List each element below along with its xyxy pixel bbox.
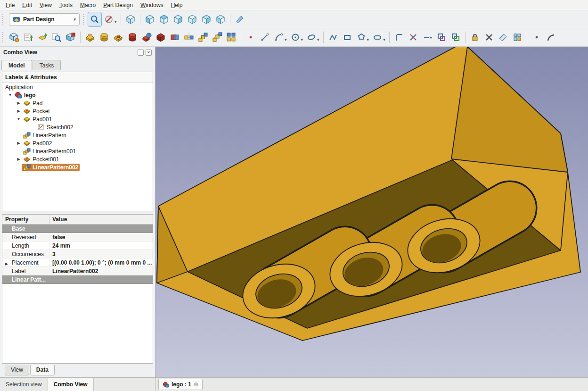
constraint-lock-icon[interactable] — [468, 30, 482, 44]
dropdown-arrow-icon[interactable]: ▾ — [114, 19, 117, 24]
circle-icon[interactable] — [289, 30, 302, 44]
toolbar-grip[interactable] — [83, 14, 86, 25]
float-panel-icon[interactable] — [138, 50, 144, 56]
rectangle-icon[interactable] — [341, 30, 354, 44]
right-view-icon[interactable] — [172, 12, 185, 26]
menu-edit[interactable]: Edit — [18, 0, 36, 10]
workbench-selector[interactable]: Part Design ▾ — [9, 13, 80, 25]
top-view-icon[interactable] — [157, 12, 171, 26]
mirrored-icon[interactable] — [182, 30, 196, 44]
polygon-icon[interactable] — [355, 30, 368, 44]
property-value[interactable]: LinearPattern002 — [49, 268, 153, 275]
expander-icon[interactable]: ▶ — [16, 101, 22, 105]
arc-segment-icon[interactable] — [544, 30, 557, 44]
bottom-view-icon[interactable] — [200, 12, 213, 26]
tab-model[interactable]: Model — [1, 60, 32, 70]
measure-icon[interactable] — [497, 30, 510, 44]
tab-data[interactable]: Data — [30, 365, 55, 375]
property-row-occurrences[interactable]: Occurrences 3 — [2, 250, 153, 258]
property-row-length[interactable]: Length 24 mm — [2, 241, 153, 250]
line-icon[interactable] — [258, 30, 271, 44]
fillet-icon[interactable] — [392, 30, 406, 44]
conic-icon[interactable] — [305, 30, 318, 44]
delete-icon[interactable] — [482, 30, 496, 44]
tab-view[interactable]: View — [5, 365, 29, 375]
pocket-icon[interactable] — [112, 30, 125, 44]
measure-distance-icon[interactable] — [233, 12, 246, 26]
tab-combo-view[interactable]: Combo View — [48, 378, 94, 391]
slot-icon[interactable] — [371, 30, 384, 44]
menu-file[interactable]: File — [2, 0, 18, 10]
dropdown-arrow-icon[interactable]: ▾ — [285, 37, 287, 42]
expander-icon[interactable]: ▼ — [7, 93, 13, 97]
dropdown-arrow-icon[interactable]: ▾ — [383, 37, 385, 42]
tree-item-linearpattern002[interactable]: LinearPattern002 — [2, 163, 153, 171]
tree-header[interactable]: Labels & Attributes — [2, 72, 153, 83]
revolution-icon[interactable] — [98, 30, 111, 44]
carbon-copy-icon[interactable] — [449, 30, 462, 44]
property-row-label[interactable]: Label LinearPattern002 — [2, 267, 153, 275]
expander-icon[interactable]: ▶ — [16, 109, 22, 113]
draw-style-icon[interactable] — [102, 12, 115, 26]
map-sketch-icon[interactable] — [36, 30, 49, 44]
expander-icon[interactable]: ▶ — [16, 157, 22, 161]
linear-pattern-icon[interactable] — [196, 30, 210, 44]
axonometric-view-icon[interactable] — [124, 12, 137, 26]
external-geometry-icon[interactable] — [435, 30, 448, 44]
extend-icon[interactable] — [421, 30, 434, 44]
multitransform-icon[interactable] — [225, 30, 238, 44]
tab-tasks[interactable]: Tasks — [33, 60, 61, 70]
property-column-header[interactable]: Property — [2, 215, 49, 224]
datum-point-icon[interactable] — [530, 30, 543, 44]
expander-icon[interactable]: ▼ — [16, 117, 22, 121]
edit-sketch-icon[interactable] — [50, 30, 63, 44]
left-view-icon[interactable] — [214, 12, 227, 26]
property-value[interactable]: [(0.00 0.00 1.00); 0 °; (0 mm 0 mm 0 ... — [49, 259, 153, 266]
polar-pattern-icon[interactable] — [211, 30, 224, 44]
property-group-base[interactable]: Base — [2, 225, 153, 233]
property-group-linear-pattern[interactable]: Linear Patt... — [2, 275, 153, 284]
expander-icon[interactable]: ▶ — [5, 262, 8, 266]
tab-selection-view[interactable]: Selection view — [0, 378, 48, 391]
polyline-icon[interactable] — [327, 30, 340, 44]
dropdown-arrow-icon[interactable]: ▾ — [317, 37, 319, 42]
create-body-icon[interactable] — [8, 30, 21, 44]
groove-icon[interactable] — [126, 30, 139, 44]
tree-item-lego[interactable]: ▼ lego — [2, 91, 153, 99]
tree-item-pad001[interactable]: ▼ Pad001 — [2, 115, 153, 123]
menu-part-design[interactable]: Part Design — [99, 0, 137, 10]
tree-item-pad[interactable]: ▶ Pad — [2, 99, 153, 107]
tree-item-linearpattern001[interactable]: LinearPattern001 — [2, 147, 153, 155]
tree-item-pocket[interactable]: ▶ Pocket — [2, 107, 153, 115]
create-sketch-icon[interactable] — [22, 30, 35, 44]
tree-item-pad002[interactable]: ▶ Pad002 — [2, 139, 153, 147]
tree-item-pocket001[interactable]: ▶ Pocket001 — [2, 155, 153, 163]
dropdown-arrow-icon[interactable]: ▾ — [301, 37, 303, 42]
menu-help[interactable]: Help — [167, 0, 187, 10]
pad-icon[interactable] — [83, 30, 97, 44]
additive-primitive-icon[interactable] — [140, 30, 153, 44]
tree-item-sketch002[interactable]: Sketch002 — [2, 123, 153, 131]
subtractive-primitive-icon[interactable] — [154, 30, 167, 44]
fit-all-icon[interactable] — [88, 12, 101, 26]
close-icon[interactable]: ⊗ — [194, 381, 198, 388]
value-column-header[interactable]: Value — [49, 215, 153, 224]
toolbar-grip[interactable] — [2, 32, 6, 42]
property-row-reversed[interactable]: Reversed false — [2, 233, 153, 241]
paste-grid-icon[interactable] — [511, 30, 524, 44]
menu-tools[interactable]: Tools — [56, 0, 76, 10]
validate-sketch-icon[interactable] — [64, 30, 77, 44]
property-row-placement[interactable]: ▶Placement [(0.00 0.00 1.00); 0 °; (0 mm… — [2, 258, 153, 267]
property-value[interactable]: false — [49, 234, 153, 241]
expander-icon[interactable]: ▶ — [16, 141, 22, 145]
panel-title-bar[interactable]: Combo View × — [0, 47, 155, 58]
menu-macro[interactable]: Macro — [76, 0, 99, 10]
rear-view-icon[interactable] — [186, 12, 199, 26]
tree-root-application[interactable]: Application — [2, 83, 153, 91]
menu-view[interactable]: View — [36, 0, 56, 10]
front-view-icon[interactable] — [143, 12, 156, 26]
trim-icon[interactable] — [407, 30, 420, 44]
dropdown-arrow-icon[interactable]: ▾ — [367, 37, 369, 42]
tree-item-linearpattern[interactable]: LinearPattern — [2, 131, 153, 139]
property-value[interactable]: 3 — [49, 251, 153, 258]
